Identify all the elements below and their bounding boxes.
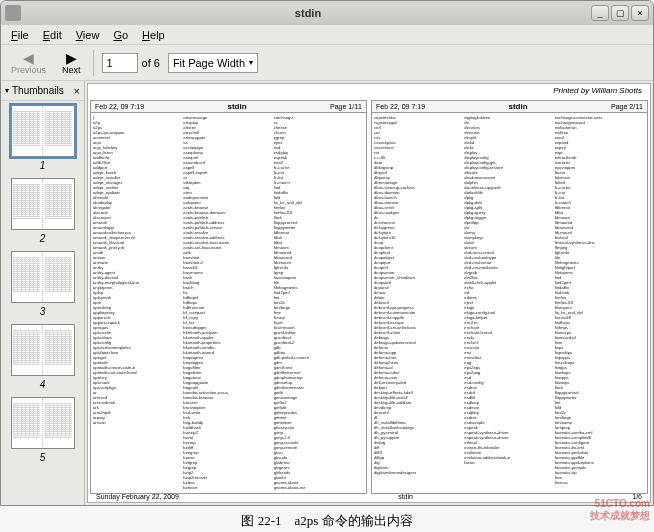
page-selector: of 6 [102, 53, 160, 73]
thumbnail[interactable] [11, 178, 75, 230]
thumbnail-label: 4 [40, 379, 46, 390]
chevron-down-icon[interactable]: ▾ [5, 86, 9, 95]
page-input[interactable] [102, 53, 138, 73]
column: exchange-connector-setu exchangewizard e… [555, 115, 645, 491]
page-left: Feb 22, 09 7:19 stdin Page 1/11 [ a2p a2… [90, 100, 367, 494]
page-total: of 6 [142, 57, 160, 69]
chevron-down-icon: ▾ [249, 58, 253, 67]
close-button[interactable]: × [631, 5, 649, 21]
menu-go[interactable]: Go [107, 27, 134, 43]
previous-button: ◀ Previous [7, 49, 50, 77]
watermark: 51CTO.com技术成就梦想 [590, 498, 650, 522]
menu-help[interactable]: Help [136, 27, 171, 43]
fit-select[interactable]: Fit Page Width ▾ [168, 53, 258, 73]
page-header: Feb 22, 09 7:19 stdin Page 2/11 [372, 101, 647, 113]
thumbnail-label: 2 [40, 233, 46, 244]
thumbnails-header: ▾ Thumbnails × [1, 81, 84, 101]
arrow-left-icon: ◀ [23, 51, 34, 65]
thumbnail[interactable] [11, 397, 75, 449]
app-window: stdin _ ▢ × File Edit View Go Help ◀ Pre… [0, 0, 654, 506]
thumbnail-label: 5 [40, 452, 46, 463]
titlebar: stdin _ ▢ × [1, 1, 653, 25]
main-area: ▾ Thumbnails × 1 2 3 4 5 Printed by Will… [1, 81, 653, 505]
thumbnail[interactable] [11, 324, 75, 376]
column: artsmessage artsplay artsrec artsshell a… [183, 115, 273, 491]
minimize-button[interactable]: _ [591, 5, 609, 21]
column: [ a2p a2ps a2ps-lpr-wrapper aconnect acp… [93, 115, 183, 491]
thumbnail[interactable] [11, 251, 75, 303]
app-icon [5, 5, 21, 21]
thumbnail-label: 3 [40, 306, 46, 317]
arrow-right-icon: ▶ [66, 51, 77, 65]
document-view[interactable]: Printed by William Shotts Feb 22, 09 7:1… [87, 83, 651, 503]
figure-caption: 图 22-1 a2ps 命令的输出内容 [0, 512, 654, 530]
column: digitaglinktree dir dircolors dirname di… [464, 115, 554, 491]
close-panel-icon[interactable]: × [74, 85, 80, 97]
sheet-footer: Sunday February 22, 2009 stdin 1/6 [96, 493, 642, 500]
thumbnails-panel: ▾ Thumbnails × 1 2 3 4 5 [1, 81, 85, 505]
menu-edit[interactable]: Edit [37, 27, 68, 43]
thumbnails-list[interactable]: 1 2 3 4 5 [1, 101, 84, 505]
thumbnail[interactable] [11, 105, 75, 157]
page-body: [ a2p a2ps a2ps-lpr-wrapper aconnect acp… [91, 113, 366, 493]
page-body: cupstestdsc cupstestppd curl cut cvs cvs… [372, 113, 647, 493]
maximize-button[interactable]: ▢ [611, 5, 629, 21]
menu-file[interactable]: File [5, 27, 35, 43]
separator [93, 50, 94, 76]
menubar: File Edit View Go Help [1, 25, 653, 45]
page-right: Feb 22, 09 7:19 stdin Page 2/11 cupstest… [371, 100, 648, 494]
toolbar: ◀ Previous ▶ Next of 6 Fit Page Width ▾ [1, 45, 653, 81]
printed-by-label: Printed by William Shotts [553, 86, 642, 95]
column: catchsegv cc cheese cksum egrep eject es… [274, 115, 364, 491]
column: cupstestdsc cupstestppd curl cut cvs cvs… [374, 115, 464, 491]
menu-view[interactable]: View [70, 27, 106, 43]
page-header: Feb 22, 09 7:19 stdin Page 1/11 [91, 101, 366, 113]
thumbnail-label: 1 [40, 160, 46, 171]
next-button[interactable]: ▶ Next [58, 49, 85, 77]
sheet: Feb 22, 09 7:19 stdin Page 1/11 [ a2p a2… [88, 98, 650, 496]
window-title: stdin [25, 7, 591, 19]
